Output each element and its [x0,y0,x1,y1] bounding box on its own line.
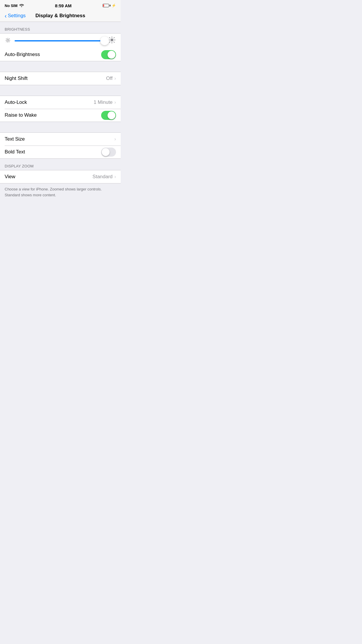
bold-text-toggle[interactable] [101,148,116,157]
auto-lock-chevron-icon: › [114,99,116,105]
svg-line-7 [6,41,7,42]
raise-to-wake-thumb [108,111,115,119]
nav-bar: ‹ Settings Display & Brightness [0,10,121,22]
sun-large-icon [108,36,116,45]
view-label: View [5,174,92,180]
text-size-row[interactable]: Text Size › [0,133,121,146]
svg-line-5 [6,38,7,39]
svg-point-0 [7,39,9,41]
display-zoom-section: DISPLAY ZOOM View Standard › Choose a vi… [0,159,121,204]
text-group: Text Size › Bold Text [0,132,121,159]
raise-to-wake-label: Raise to Wake [5,112,101,118]
auto-brightness-toggle[interactable] [101,50,116,59]
wifi-icon [19,4,24,8]
auto-lock-value: 1 Minute [94,99,113,105]
svg-line-14 [110,38,110,38]
display-zoom-header: DISPLAY ZOOM [0,159,121,170]
brightness-header: BRIGHTNESS [0,22,121,33]
lock-wake-group: Auto-Lock 1 Minute › Raise to Wake [0,96,121,122]
battery-fill [103,4,104,7]
status-bar: No SIM 8:59 AM ⚡ [0,0,121,10]
svg-line-6 [9,41,10,42]
back-button-label: Settings [8,13,26,19]
auto-brightness-label: Auto-Brightness [5,52,101,57]
auto-brightness-row[interactable]: Auto-Brightness [0,48,121,61]
page-title: Display & Brightness [36,13,85,19]
footer-note: Choose a view for iPhone. Zoomed shows l… [0,183,121,204]
raise-to-wake-row[interactable]: Raise to Wake [0,109,121,122]
carrier-text: No SIM [5,4,17,8]
display-zoom-group: View Standard › [0,170,121,183]
brightness-track [15,40,104,41]
view-chevron-icon: › [114,174,116,180]
auto-brightness-thumb [108,51,115,59]
back-chevron-icon: ‹ [5,13,7,19]
bold-text-thumb [102,148,110,156]
gap-2 [0,85,121,96]
brightness-slider-row[interactable] [0,34,121,48]
view-row[interactable]: View Standard › [0,170,121,183]
status-time: 8:59 AM [55,3,72,8]
bold-text-label: Bold Text [5,149,101,155]
battery-cap [110,5,110,6]
night-shift-row[interactable]: Night Shift Off › [0,72,121,85]
auto-lock-label: Auto-Lock [5,99,94,105]
svg-line-8 [9,38,10,39]
gap-1 [0,61,121,72]
svg-line-15 [114,42,114,42]
brightness-section: BRIGHTNESS [0,22,121,61]
night-shift-value: Off [106,76,113,81]
brightness-slider[interactable] [15,40,104,41]
charging-bolt-icon: ⚡ [112,4,116,8]
status-left: No SIM [5,4,24,8]
battery-body [103,4,109,7]
raise-to-wake-toggle[interactable] [101,111,116,120]
sun-small-icon [5,38,11,44]
gap-3 [0,122,121,132]
night-shift-group: Night Shift Off › [0,72,121,85]
svg-point-9 [110,38,113,41]
svg-line-17 [114,38,114,38]
status-right: ⚡ [103,4,116,8]
svg-line-16 [110,42,110,42]
bold-text-row[interactable]: Bold Text [0,146,121,158]
night-shift-label: Night Shift [5,76,106,81]
auto-lock-row[interactable]: Auto-Lock 1 Minute › [0,96,121,109]
night-shift-chevron-icon: › [114,76,116,81]
text-size-chevron-icon: › [114,136,116,142]
battery-indicator [103,4,110,7]
brightness-thumb[interactable] [100,36,109,45]
brightness-group: Auto-Brightness [0,33,121,61]
text-size-label: Text Size [5,136,114,142]
view-value: Standard [92,174,113,180]
